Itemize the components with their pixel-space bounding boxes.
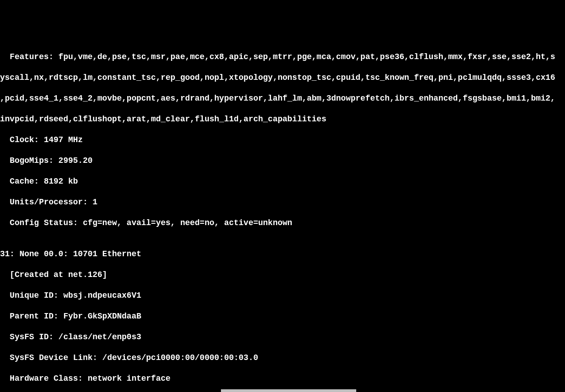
- output-line: SysFS Device Link: /devices/pci0000:00/0…: [0, 353, 565, 363]
- output-line: Units/Processor: 1: [0, 197, 565, 208]
- output-line: Parent ID: Fybr.GkSpXDNdaaB: [0, 311, 565, 322]
- output-line: invpcid,rdseed,clflushopt,arat,md_clear,…: [0, 114, 565, 125]
- output-line: Clock: 1497 MHz: [0, 135, 565, 145]
- terminal-output[interactable]: Features: fpu,vme,de,pse,tsc,msr,pae,mce…: [0, 42, 565, 392]
- output-line: ,pcid,sse4_1,sse4_2,movbe,popcnt,aes,rdr…: [0, 93, 565, 104]
- output-line: Features: fpu,vme,de,pse,tsc,msr,pae,mce…: [0, 52, 565, 62]
- output-line: [Created at net.126]: [0, 270, 565, 280]
- output-line: yscall,nx,rdtscp,lm,constant_tsc,rep_goo…: [0, 73, 565, 83]
- output-line: SysFS ID: /class/net/enp0s3: [0, 332, 565, 342]
- output-line: Unique ID: wbsj.ndpeucax6V1: [0, 291, 565, 301]
- output-line: Cache: 8192 kb: [0, 176, 565, 187]
- bottom-indicator: [221, 389, 356, 392]
- output-line: Hardware Class: network interface: [0, 374, 565, 384]
- output-line: 31: None 00.0: 10701 Ethernet: [0, 249, 565, 259]
- output-line: Config Status: cfg=new, avail=yes, need=…: [0, 218, 565, 228]
- output-line: BogoMips: 2995.20: [0, 156, 565, 166]
